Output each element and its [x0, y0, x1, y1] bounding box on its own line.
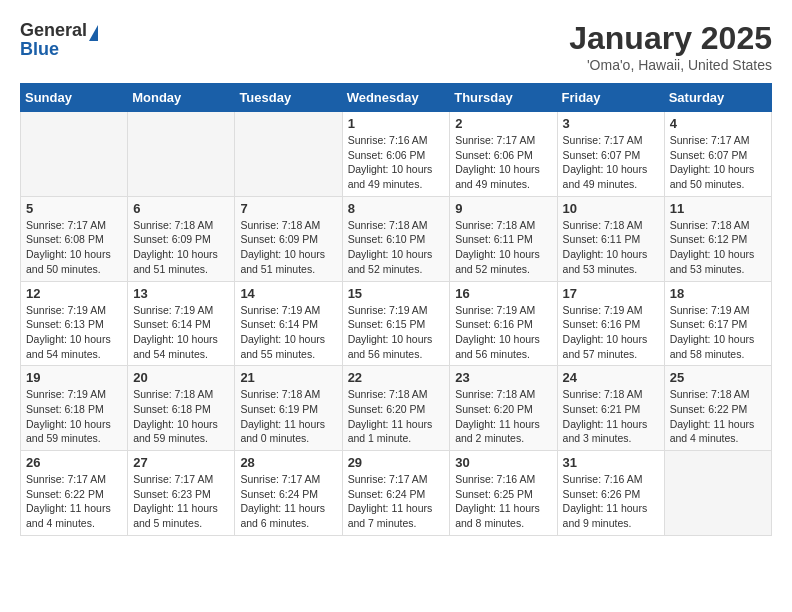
- day-number: 9: [455, 201, 551, 216]
- day-info-line: and 51 minutes.: [240, 262, 336, 277]
- week-row-2: 5Sunrise: 7:17 AMSunset: 6:08 PMDaylight…: [21, 196, 772, 281]
- day-info-line: and 49 minutes.: [455, 177, 551, 192]
- day-info-line: Sunrise: 7:18 AM: [133, 218, 229, 233]
- day-info-line: Sunrise: 7:17 AM: [348, 472, 445, 487]
- day-info: Sunrise: 7:17 AMSunset: 6:24 PMDaylight:…: [348, 472, 445, 531]
- day-cell: 9Sunrise: 7:18 AMSunset: 6:11 PMDaylight…: [450, 196, 557, 281]
- day-info-line: Sunrise: 7:19 AM: [26, 387, 122, 402]
- day-info-line: Sunset: 6:26 PM: [563, 487, 659, 502]
- day-number: 19: [26, 370, 122, 385]
- day-info-line: and 56 minutes.: [348, 347, 445, 362]
- day-info-line: Sunset: 6:23 PM: [133, 487, 229, 502]
- day-info-line: Daylight: 10 hours: [670, 162, 766, 177]
- day-info: Sunrise: 7:17 AMSunset: 6:22 PMDaylight:…: [26, 472, 122, 531]
- day-info-line: Sunrise: 7:18 AM: [670, 218, 766, 233]
- day-info: Sunrise: 7:19 AMSunset: 6:14 PMDaylight:…: [133, 303, 229, 362]
- day-cell: 24Sunrise: 7:18 AMSunset: 6:21 PMDayligh…: [557, 366, 664, 451]
- day-cell: 28Sunrise: 7:17 AMSunset: 6:24 PMDayligh…: [235, 451, 342, 536]
- day-info-line: Sunrise: 7:18 AM: [455, 218, 551, 233]
- week-row-3: 12Sunrise: 7:19 AMSunset: 6:13 PMDayligh…: [21, 281, 772, 366]
- day-info-line: Sunrise: 7:19 AM: [26, 303, 122, 318]
- day-cell: 18Sunrise: 7:19 AMSunset: 6:17 PMDayligh…: [664, 281, 771, 366]
- day-number: 11: [670, 201, 766, 216]
- day-cell: 13Sunrise: 7:19 AMSunset: 6:14 PMDayligh…: [128, 281, 235, 366]
- day-cell: 12Sunrise: 7:19 AMSunset: 6:13 PMDayligh…: [21, 281, 128, 366]
- day-info-line: and 58 minutes.: [670, 347, 766, 362]
- day-info-line: Daylight: 11 hours: [348, 501, 445, 516]
- day-number: 28: [240, 455, 336, 470]
- day-cell: 20Sunrise: 7:18 AMSunset: 6:18 PMDayligh…: [128, 366, 235, 451]
- day-info-line: Daylight: 10 hours: [455, 162, 551, 177]
- logo-triangle: [89, 25, 98, 41]
- day-info-line: Daylight: 10 hours: [455, 247, 551, 262]
- day-cell: 15Sunrise: 7:19 AMSunset: 6:15 PMDayligh…: [342, 281, 450, 366]
- day-info-line: Sunrise: 7:17 AM: [133, 472, 229, 487]
- day-cell: 4Sunrise: 7:17 AMSunset: 6:07 PMDaylight…: [664, 112, 771, 197]
- day-info-line: Daylight: 10 hours: [133, 417, 229, 432]
- day-info: Sunrise: 7:16 AMSunset: 6:26 PMDaylight:…: [563, 472, 659, 531]
- day-info-line: and 2 minutes.: [455, 431, 551, 446]
- day-info: Sunrise: 7:18 AMSunset: 6:09 PMDaylight:…: [133, 218, 229, 277]
- day-cell: 30Sunrise: 7:16 AMSunset: 6:25 PMDayligh…: [450, 451, 557, 536]
- day-info-line: Daylight: 10 hours: [348, 332, 445, 347]
- day-info: Sunrise: 7:18 AMSunset: 6:10 PMDaylight:…: [348, 218, 445, 277]
- day-cell: 29Sunrise: 7:17 AMSunset: 6:24 PMDayligh…: [342, 451, 450, 536]
- day-info-line: and 59 minutes.: [133, 431, 229, 446]
- day-info-line: Sunrise: 7:16 AM: [563, 472, 659, 487]
- day-info-line: and 57 minutes.: [563, 347, 659, 362]
- logo-general-text: General: [20, 20, 87, 40]
- day-info-line: Sunrise: 7:19 AM: [348, 303, 445, 318]
- day-number: 20: [133, 370, 229, 385]
- day-info-line: and 50 minutes.: [26, 262, 122, 277]
- day-info-line: Sunset: 6:22 PM: [26, 487, 122, 502]
- day-info: Sunrise: 7:18 AMSunset: 6:12 PMDaylight:…: [670, 218, 766, 277]
- day-number: 5: [26, 201, 122, 216]
- day-info-line: Daylight: 11 hours: [240, 501, 336, 516]
- day-cell: 5Sunrise: 7:17 AMSunset: 6:08 PMDaylight…: [21, 196, 128, 281]
- day-info-line: Sunrise: 7:17 AM: [563, 133, 659, 148]
- day-info-line: and 3 minutes.: [563, 431, 659, 446]
- day-info-line: Sunset: 6:15 PM: [348, 317, 445, 332]
- day-cell: [235, 112, 342, 197]
- day-info-line: Sunrise: 7:18 AM: [240, 387, 336, 402]
- day-number: 1: [348, 116, 445, 131]
- day-info: Sunrise: 7:18 AMSunset: 6:19 PMDaylight:…: [240, 387, 336, 446]
- day-info-line: Sunset: 6:19 PM: [240, 402, 336, 417]
- weekday-header-saturday: Saturday: [664, 84, 771, 112]
- day-info-line: and 55 minutes.: [240, 347, 336, 362]
- day-info-line: Sunrise: 7:18 AM: [240, 218, 336, 233]
- day-info-line: Sunset: 6:16 PM: [455, 317, 551, 332]
- day-cell: 7Sunrise: 7:18 AMSunset: 6:09 PMDaylight…: [235, 196, 342, 281]
- day-info-line: Daylight: 11 hours: [670, 417, 766, 432]
- day-info-line: Sunset: 6:20 PM: [348, 402, 445, 417]
- day-info-line: Sunset: 6:18 PM: [133, 402, 229, 417]
- day-info-line: and 49 minutes.: [348, 177, 445, 192]
- day-number: 6: [133, 201, 229, 216]
- day-info-line: Sunset: 6:06 PM: [455, 148, 551, 163]
- day-info-line: Sunset: 6:25 PM: [455, 487, 551, 502]
- day-cell: 2Sunrise: 7:17 AMSunset: 6:06 PMDaylight…: [450, 112, 557, 197]
- week-row-1: 1Sunrise: 7:16 AMSunset: 6:06 PMDaylight…: [21, 112, 772, 197]
- day-info-line: Sunset: 6:11 PM: [455, 232, 551, 247]
- day-number: 15: [348, 286, 445, 301]
- day-cell: 11Sunrise: 7:18 AMSunset: 6:12 PMDayligh…: [664, 196, 771, 281]
- day-cell: [128, 112, 235, 197]
- day-info: Sunrise: 7:16 AMSunset: 6:25 PMDaylight:…: [455, 472, 551, 531]
- day-number: 24: [563, 370, 659, 385]
- day-info-line: Sunset: 6:16 PM: [563, 317, 659, 332]
- day-info-line: Daylight: 10 hours: [133, 247, 229, 262]
- day-cell: 14Sunrise: 7:19 AMSunset: 6:14 PMDayligh…: [235, 281, 342, 366]
- day-cell: 21Sunrise: 7:18 AMSunset: 6:19 PMDayligh…: [235, 366, 342, 451]
- weekday-header-row: SundayMondayTuesdayWednesdayThursdayFrid…: [21, 84, 772, 112]
- day-info-line: Sunrise: 7:17 AM: [670, 133, 766, 148]
- day-cell: 23Sunrise: 7:18 AMSunset: 6:20 PMDayligh…: [450, 366, 557, 451]
- day-cell: 3Sunrise: 7:17 AMSunset: 6:07 PMDaylight…: [557, 112, 664, 197]
- day-info: Sunrise: 7:19 AMSunset: 6:17 PMDaylight:…: [670, 303, 766, 362]
- day-info: Sunrise: 7:17 AMSunset: 6:08 PMDaylight:…: [26, 218, 122, 277]
- day-info-line: Sunrise: 7:17 AM: [26, 472, 122, 487]
- day-info: Sunrise: 7:18 AMSunset: 6:09 PMDaylight:…: [240, 218, 336, 277]
- day-info: Sunrise: 7:19 AMSunset: 6:15 PMDaylight:…: [348, 303, 445, 362]
- day-info-line: Daylight: 11 hours: [348, 417, 445, 432]
- day-info-line: Sunset: 6:13 PM: [26, 317, 122, 332]
- day-info-line: and 0 minutes.: [240, 431, 336, 446]
